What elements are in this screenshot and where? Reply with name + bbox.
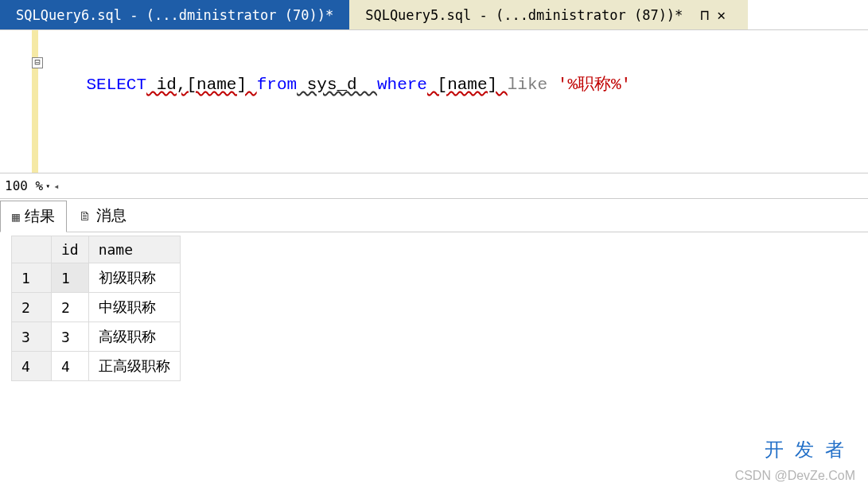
table-icon: ▦ <box>12 209 20 224</box>
gutter <box>0 30 32 173</box>
watermark-brand: 开发者 <box>765 437 855 462</box>
sql-string: '%职称%' <box>547 76 631 94</box>
row-number: 3 <box>12 322 52 352</box>
watermark-url: CSDN @DevZe.CoM <box>735 469 855 483</box>
line-highlight <box>32 30 38 173</box>
sql-table: sys_d <box>297 76 377 94</box>
page-icon: 🗎 <box>79 208 91 224</box>
col-header-id[interactable]: id <box>52 236 89 263</box>
tab-messages[interactable]: 🗎 消息 <box>67 200 138 232</box>
tab-inactive-label: SQLQuery5.sql - (...dministrator (87))* <box>365 7 683 23</box>
editor-pane: ⊟SELECT id,[name] from sys_d where [name… <box>0 30 868 173</box>
tab-controls: ⊓ ✕ <box>694 6 732 23</box>
table-row[interactable]: 4 4 正高级职称 <box>12 352 181 381</box>
cell-name[interactable]: 正高级职称 <box>88 352 180 381</box>
kw-where: where <box>377 76 427 94</box>
kw-select: SELECT <box>86 76 146 94</box>
cell-name[interactable]: 中级职称 <box>88 293 180 322</box>
result-tabs: ▦ 结果 🗎 消息 <box>0 199 868 232</box>
sql-editor[interactable]: ⊟SELECT id,[name] from sys_d where [name… <box>38 30 868 173</box>
sql-col2: [name] <box>427 76 508 94</box>
row-number: 1 <box>12 263 52 293</box>
zoom-combo[interactable]: 100 % ▾ <box>5 178 50 193</box>
cell-id[interactable]: 3 <box>52 322 89 352</box>
table-row[interactable]: 3 3 高级职称 <box>12 322 181 352</box>
table-row[interactable]: 2 2 中级职称 <box>12 293 181 322</box>
tab-messages-label: 消息 <box>96 205 127 226</box>
col-header-name[interactable]: name <box>88 236 180 263</box>
kw-like: like <box>508 76 547 94</box>
pin-icon[interactable]: ⊓ <box>700 6 709 23</box>
cell-id[interactable]: 2 <box>52 293 89 322</box>
tab-inactive[interactable]: SQLQuery5.sql - (...dministrator (87))* … <box>349 0 748 29</box>
tab-results[interactable]: ▦ 结果 <box>0 201 67 232</box>
results-grid[interactable]: id name 1 1 初级职称 2 2 中级职称 3 3 高级职称 4 4 正… <box>11 236 181 381</box>
cell-id[interactable]: 1 <box>52 263 89 293</box>
cell-name[interactable]: 初级职称 <box>88 263 180 293</box>
cell-id[interactable]: 4 <box>52 352 89 381</box>
row-number: 2 <box>12 293 52 322</box>
grid-corner <box>12 236 52 263</box>
dropdown-icon: ▾ <box>45 181 50 190</box>
sql-cols: id,[name] <box>146 76 257 94</box>
scroll-left-icon[interactable]: ◂ <box>53 181 59 192</box>
zoom-value: 100 % <box>5 178 43 193</box>
kw-from: from <box>257 76 297 94</box>
tab-results-label: 结果 <box>25 206 55 227</box>
tab-active[interactable]: SQLQuery6.sql - (...dministrator (70))* <box>0 0 349 29</box>
cell-name[interactable]: 高级职称 <box>88 322 180 352</box>
collapse-icon[interactable]: ⊟ <box>32 57 43 68</box>
row-number: 4 <box>12 352 52 381</box>
zoom-bar: 100 % ▾ ◂ <box>0 173 868 199</box>
table-row[interactable]: 1 1 初级职称 <box>12 263 181 293</box>
document-tabs: SQLQuery6.sql - (...dministrator (70))* … <box>0 0 868 30</box>
close-icon[interactable]: ✕ <box>717 6 726 23</box>
